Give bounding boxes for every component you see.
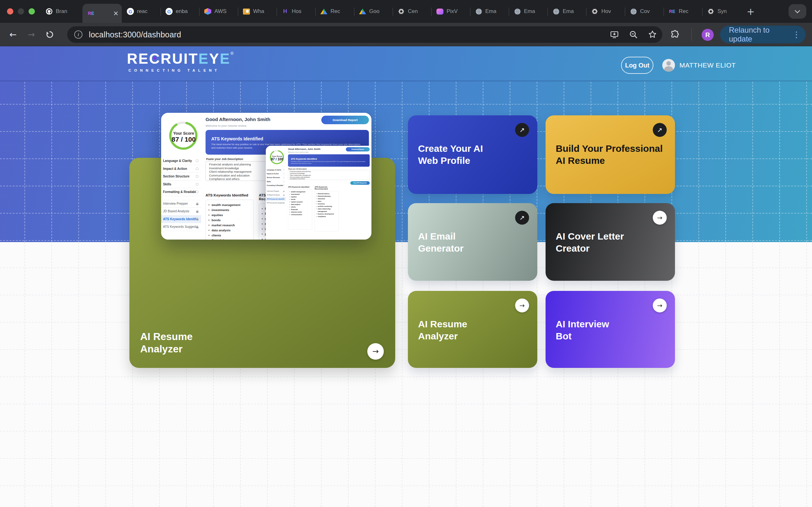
circle-icon — [283, 181, 285, 182]
preview-sidebar-item: ATS Keywords Suggestions — [161, 223, 201, 231]
browser-tab[interactable]: Rec — [315, 0, 354, 23]
zoom-icon[interactable] — [629, 30, 638, 39]
tab-label: Bran — [56, 8, 67, 14]
card-title: Build Your ProfessionalAI Resume — [556, 143, 663, 166]
browser-tab[interactable]: RERec — [664, 0, 702, 23]
browser-tab[interactable]: Ema — [509, 0, 548, 23]
arrow-diagonal-icon[interactable]: ↗ — [515, 123, 529, 137]
logout-button[interactable]: Log Out — [621, 57, 653, 74]
tab-label: PixV — [447, 8, 458, 14]
relaunch-button[interactable]: Relaunch to update ⋮ — [720, 26, 806, 43]
dashboard-page: RECRUITEYE® CONNECTING TALENT Log Out MA… — [0, 46, 812, 507]
tab-label: Wha — [253, 8, 264, 14]
browser-tab[interactable]: Syn — [702, 0, 741, 23]
back-button[interactable]: ← — [8, 29, 18, 40]
circle-icon — [196, 167, 199, 170]
circle-icon — [283, 169, 285, 171]
arrow-diagonal-icon[interactable]: ↗ — [653, 123, 667, 137]
preview-sidebar-item: Formatting & Readability — [161, 188, 201, 196]
preview-greeting: Good Afternoon, John Smith — [288, 148, 320, 151]
browser-menu-icon[interactable]: ⋮ — [792, 30, 801, 39]
arrow-right-icon[interactable]: → — [653, 211, 667, 225]
preview-sidebar: Language & ClarityImpact & ActionSection… — [266, 168, 286, 205]
tab-close-icon[interactable]: × — [113, 9, 119, 17]
globe-icon — [514, 8, 521, 15]
browser-tab[interactable]: Ema — [470, 0, 509, 23]
arrow-right-icon[interactable]: → — [653, 298, 667, 313]
jd-textarea: Financial analysis and planningInvestmen… — [288, 170, 370, 180]
hero-background: RECRUITEYE® CONNECTING TALENT Log Out MA… — [0, 46, 812, 242]
card-build-your-professional-ai-resume[interactable]: Build Your ProfessionalAI Resume↗ — [546, 115, 675, 194]
card-ai-interview-bot[interactable]: AI InterviewBot→ — [546, 291, 675, 368]
arrow-diagonal-icon[interactable]: ↗ — [515, 211, 529, 225]
browser-tab[interactable]: Cen — [393, 0, 432, 23]
browser-window: BranRE×GreacGenbaAWSWhaHHosRecGooCenPixV… — [0, 0, 812, 507]
circle-icon — [196, 190, 199, 193]
preview-sidebar-item: Language & Clarity — [266, 168, 286, 172]
preview-sidebar-item: JD Based Analysis — [266, 193, 286, 197]
jd-label: Paste your Job Description — [288, 168, 307, 170]
minimize-window-icon[interactable] — [18, 8, 24, 14]
preview-sidebar-item: ATS Keywords Suggestions — [266, 201, 286, 205]
brand-tagline: CONNECTING TALENT — [127, 68, 234, 72]
forward-button[interactable]: → — [26, 29, 37, 40]
globe-icon — [630, 8, 637, 15]
browser-tab[interactable]: Goo — [354, 0, 393, 23]
reload-button[interactable] — [44, 29, 55, 40]
tab-search-button[interactable] — [789, 4, 806, 19]
browser-tab[interactable]: Greac — [122, 0, 160, 23]
browser-profile-avatar[interactable]: R — [702, 29, 714, 41]
browser-tab[interactable]: PixV — [432, 0, 470, 23]
preview-sidebar-item: ATS Keywords Identified — [266, 197, 286, 201]
address-bar[interactable]: i localhost:3000/dashboard — [67, 26, 662, 43]
brand-wordmark: RECRUITEYE® — [127, 51, 234, 66]
toolbar-divider — [692, 29, 692, 41]
arrow-right-icon[interactable]: → — [367, 343, 384, 360]
install-app-icon[interactable] — [610, 30, 619, 39]
tab-label: Cen — [408, 8, 418, 14]
browser-tab[interactable]: Wha — [238, 0, 276, 23]
url-text: localhost:3000/dashboard — [89, 30, 181, 39]
circle-icon — [196, 159, 199, 162]
score-ring: Your Score 87 / 100 — [269, 150, 285, 165]
bookmark-star-icon[interactable] — [648, 30, 657, 39]
site-info-icon[interactable]: i — [74, 31, 83, 39]
browser-tab[interactable]: Hov — [586, 0, 625, 23]
card-ai-cover-letter-creator[interactable]: AI Cover LetterCreator→ — [546, 203, 675, 281]
aws-icon — [204, 8, 211, 15]
browser-tab-active[interactable]: RE× — [83, 4, 122, 23]
jd-label: Paste your Job Description — [206, 158, 243, 161]
tab-label: reac — [137, 8, 148, 14]
card-ai-resume-analyzer[interactable]: AI ResumeAnalyzer→ — [408, 291, 537, 368]
preview-welcome: Welcome to your resume review. — [206, 124, 247, 127]
find-keywords-button: Find ATS Keywords — [351, 181, 370, 185]
card-ai-email-generator[interactable]: AI EmailGenerator↗ — [408, 203, 537, 281]
globe-icon — [553, 8, 560, 15]
browser-tab[interactable]: Ema — [548, 0, 586, 23]
extensions-icon[interactable] — [670, 30, 680, 41]
circle-icon — [283, 185, 285, 186]
card-title: Create Your AIWeb Profile — [418, 143, 483, 166]
drive-icon — [359, 9, 366, 14]
browser-tab[interactable]: Cov — [625, 0, 664, 23]
browser-tab[interactable]: AWS — [199, 0, 238, 23]
preview-sidebar-item: Formatting & Readability — [266, 183, 286, 187]
preview-sidebar-item: Skills — [266, 180, 286, 183]
new-tab-button[interactable]: + — [741, 6, 755, 17]
maximize-window-icon[interactable] — [29, 8, 35, 14]
arrow-right-icon[interactable]: → — [515, 298, 529, 313]
ats-banner: ATS Keywords Identified The ideal resume… — [288, 154, 370, 167]
score-ring: Your Score 87 / 100 — [167, 120, 200, 152]
preview-sidebar-item: JD Based Analysis — [161, 208, 201, 216]
keyword-columns: ATS Keywords Identified wealth managemen… — [288, 186, 370, 232]
browser-tab[interactable]: Bran — [41, 0, 83, 23]
tab-label: AWS — [214, 8, 226, 14]
card-title: AI EmailGenerator — [418, 230, 463, 254]
close-window-icon[interactable] — [7, 8, 13, 14]
browser-tab[interactable]: Genba — [160, 0, 199, 23]
card-create-your-ai-web-profile[interactable]: Create Your AIWeb Profile↗ — [408, 115, 537, 194]
username-label: MATTHEW ELIOT — [679, 61, 736, 69]
preview-sidebar-item: Skills — [161, 181, 201, 188]
user-avatar[interactable] — [662, 59, 675, 72]
browser-tab[interactable]: HHos — [276, 0, 315, 23]
